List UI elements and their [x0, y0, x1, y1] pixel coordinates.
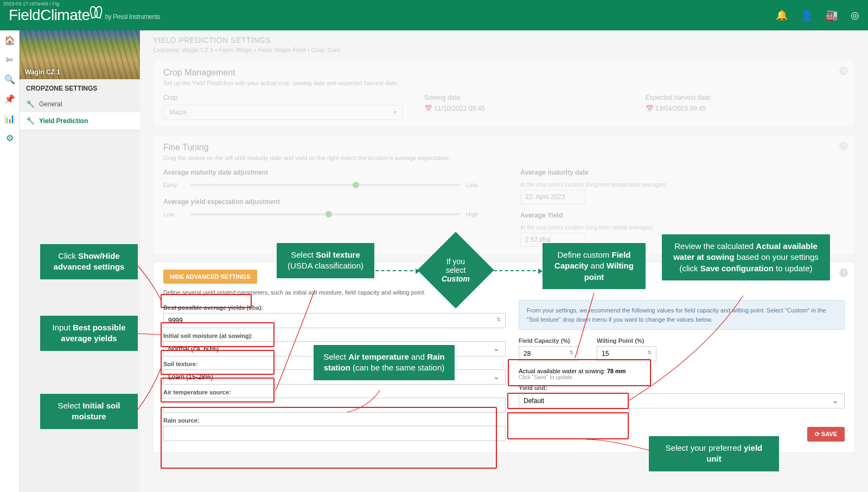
aaw-label: Actual available water at sowing: — [519, 368, 605, 374]
slider-knob[interactable] — [326, 211, 332, 218]
harvest-label: Expected harvest date: — [646, 94, 845, 101]
home-icon[interactable]: 🏠 — [4, 35, 15, 46]
maturity-adj-label: Average maturity date adjustment — [163, 169, 488, 176]
ann-yield-unit: Select your preferred yield unit — [649, 436, 779, 471]
hide-advanced-button[interactable]: HIDE ADVANCED SETTINGS — [163, 270, 257, 284]
sidebar-item-yield-prediction[interactable]: 🔧 Yield Prediction — [20, 112, 140, 129]
ann-soil-texture: Select Soil texture (USDA classification… — [277, 243, 374, 278]
wrench-icon: 🔧 — [26, 100, 35, 108]
advanced-settings-card: ? HIDE ADVANCED SETTINGS Define several … — [153, 261, 855, 453]
wilting-point-input[interactable]: 15 — [597, 346, 656, 361]
aaw-row: Actual available water at sowing: 78 mm … — [519, 368, 845, 380]
slider-late: Late — [466, 182, 488, 188]
calendar-icon[interactable]: 📅 — [646, 105, 654, 112]
avg-maturity-hint: At the crop zone's location (long-term t… — [520, 182, 845, 188]
harvest-date[interactable]: 13/04/2023 09:45 — [655, 105, 706, 112]
advanced-description: Define several yield-related parameters,… — [163, 289, 845, 296]
calendar-icon[interactable]: 📅 — [424, 105, 432, 112]
wilting-point-label: Wilting Point (%) — [597, 337, 662, 344]
aaw-hint: Click "Save" to update — [519, 374, 845, 380]
cropzone-image[interactable]: Wagin CZ 1 — [20, 30, 140, 79]
yield-slider[interactable] — [190, 213, 461, 215]
ann-ism: Select Initial soil moisture — [40, 394, 138, 429]
card-subtitle: Drag the sliders on the left until matur… — [163, 155, 845, 161]
sidebar-item-label: Yield Prediction — [39, 117, 88, 125]
card-heading: Fine Tuning — [163, 143, 845, 152]
yield-adj-label: Average yield expectation adjustment — [163, 198, 488, 206]
bpy-input[interactable]: 9999 — [163, 313, 506, 328]
crop-management-card: ? Crop Management Set up the Yield Predi… — [153, 60, 855, 128]
pin-icon[interactable]: 📌 — [4, 93, 15, 104]
arrow-soil-to-diamond — [375, 270, 419, 271]
ann-if-custom: If youselectCustom — [418, 232, 494, 308]
target-icon[interactable]: ◎ — [851, 9, 859, 21]
wrench-icon: 🔧 — [26, 117, 35, 125]
cropzone-name: Wagin CZ 1 — [25, 68, 60, 76]
card-subtitle: Set up the Yield Prediction with your ac… — [163, 80, 845, 86]
page-title: YIELD PREDICTION SETTINGS — [153, 36, 855, 44]
user-icon[interactable]: 👤 — [801, 9, 813, 21]
avg-yield-label: Average Yield — [520, 212, 845, 219]
leaf-icon — [90, 6, 102, 18]
gear-icon[interactable]: ⚙ — [4, 132, 15, 143]
icon-rail: 🏠 ✄ 🔍 📌 📊 ⚙ — [0, 30, 20, 492]
brand-byline: by Pessl Instruments — [105, 13, 160, 21]
slider-low: Low — [163, 211, 185, 218]
sidebar-item-label: General — [39, 100, 62, 108]
slider-high: High — [466, 211, 488, 218]
bell-icon[interactable]: 🔔 — [776, 9, 788, 21]
breadcrumb: Cropzone: Wagin CZ 1 • Farm: Wagin • Fie… — [153, 47, 855, 53]
sowing-label: Sowing date: — [424, 94, 624, 101]
maturity-slider[interactable] — [190, 184, 461, 186]
ism-label: Initial soil moisture (at sowing): — [163, 333, 506, 339]
avg-maturity-label: Average maturity date — [520, 169, 845, 176]
factory-icon[interactable]: 🏭 — [826, 9, 838, 21]
help-icon[interactable]: ? — [839, 269, 848, 277]
topbar-actions: 🔔 👤 🏭 ◎ — [776, 9, 859, 21]
air-temp-input[interactable] — [163, 398, 506, 413]
slider-knob[interactable] — [353, 182, 359, 188]
field-capacity-input[interactable]: 28 — [519, 346, 578, 361]
aaw-value: 78 mm — [607, 368, 626, 374]
avg-yield-hint: At the crop zone's location (long-term r… — [520, 225, 845, 231]
brand-logo[interactable]: FieldClimate by Pessl Instruments — [9, 7, 160, 24]
avg-maturity-value: 22. April 2023 — [520, 190, 585, 204]
rain-source-input[interactable] — [163, 426, 506, 441]
rain-source-label: Rain source: — [163, 417, 506, 424]
save-button[interactable]: SAVE — [807, 427, 845, 442]
ann-bpy: Input Best possible average yields — [40, 316, 138, 351]
version-tag: 2023-03-17.c97a466 / Fig — [3, 1, 59, 7]
tools-icon[interactable]: ✄ — [4, 54, 15, 65]
help-icon[interactable]: ? — [839, 142, 848, 150]
brand-name: FieldClimate — [9, 7, 90, 24]
ann-showhide: Click Show/Hide advanced settings — [40, 244, 138, 279]
card-heading: Crop Management — [163, 68, 845, 78]
sidebar-item-general[interactable]: 🔧 General — [20, 95, 140, 112]
search-icon[interactable]: 🔍 — [4, 74, 15, 85]
arrow-diamond-to-fcwp — [494, 270, 541, 271]
ann-fc-wp: Define custom Field Capacity and Wilting… — [542, 243, 646, 289]
crop-select[interactable]: Maize — [163, 105, 403, 120]
sowing-date[interactable]: 11/10/2022 09:45 — [434, 105, 484, 112]
slider-early: Early — [163, 182, 185, 188]
top-bar: 2023-03-17.c97a466 / Fig FieldClimate by… — [0, 0, 868, 30]
yield-unit-select[interactable]: Default — [519, 393, 845, 408]
crop-label: Crop: — [163, 94, 403, 101]
ann-air-rain: Select Air temperature and Rain station … — [314, 345, 455, 380]
chart-icon[interactable]: 📊 — [4, 113, 15, 124]
yield-unit-label: Yield unit: — [519, 385, 845, 391]
ann-aaw: Review the calculated Actual available w… — [662, 234, 830, 280]
help-icon[interactable]: ? — [839, 67, 848, 75]
air-temp-label: Air temperature source: — [163, 389, 506, 395]
field-capacity-label: Field Capacity (%) — [519, 337, 584, 344]
recommendation-info: From your settings, we recommend the fol… — [519, 300, 845, 330]
sidebar-title: CROPZONE SETTINGS — [20, 79, 140, 95]
